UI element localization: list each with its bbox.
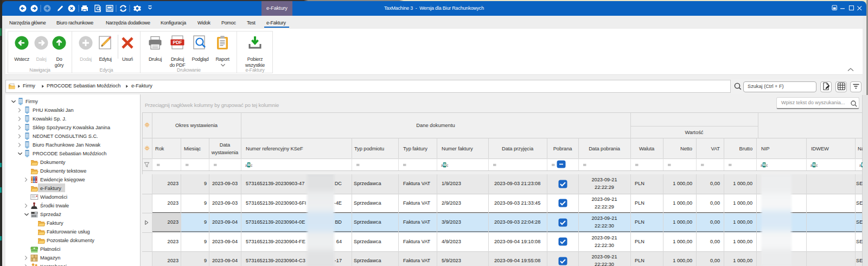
- svg-text:B: B: [763, 163, 765, 167]
- svg-text:B: B: [443, 163, 446, 167]
- svg-text:c: c: [251, 163, 253, 167]
- svg-text:c: c: [766, 163, 768, 167]
- svg-text:B: B: [813, 163, 815, 167]
- svg-text:c: c: [816, 163, 818, 167]
- svg-text:c: c: [446, 163, 449, 167]
- svg-text:B: B: [247, 163, 250, 167]
- svg-text:PDF: PDF: [173, 40, 182, 45]
